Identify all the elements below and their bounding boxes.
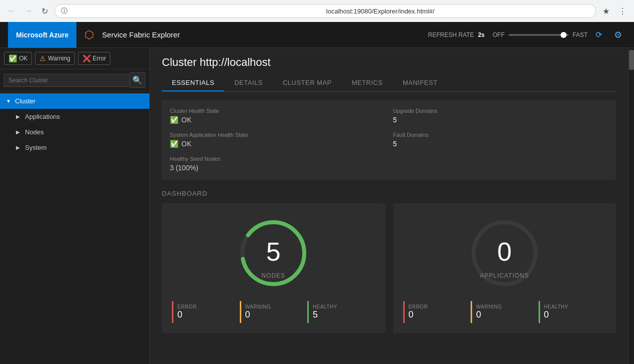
warning-filter-button[interactable]: ⚠ Warning	[35, 52, 74, 65]
ok-filter-label: OK	[19, 55, 27, 62]
applications-healthy-stat: HEALTHY 0	[539, 301, 607, 323]
essentials-section: Cluster Health State ✅ OK Upgrade Domain…	[162, 100, 616, 180]
azure-brand: Microsoft Azure	[8, 22, 76, 48]
content-area: Cluster http://localhost ESSENTIALS DETA…	[150, 48, 628, 364]
sidebar-item-applications[interactable]: ▶ Applications	[0, 109, 149, 124]
fault-domains-label: Fault Domains	[393, 132, 609, 138]
ok-filter-button[interactable]: ✅ OK	[4, 52, 32, 65]
tab-metrics[interactable]: METRICS	[342, 75, 393, 91]
search-icon: 🔍	[130, 72, 145, 88]
nodes-error-value: 0	[177, 310, 236, 320]
upgrade-domains-num: 5	[393, 116, 397, 124]
applications-gauge: 0 APPLICATIONS	[465, 213, 545, 293]
page-title: Cluster http://localhost	[162, 56, 616, 69]
nodes-error-label: ERROR	[177, 304, 236, 310]
refresh-rate-value: 2s	[478, 31, 485, 38]
nodes-warning-value: 0	[245, 310, 304, 320]
tabs: ESSENTIALS DETAILS CLUSTER MAP METRICS M…	[162, 75, 616, 92]
refresh-button[interactable]: ⟳	[592, 28, 606, 41]
error-x-icon: ❌	[82, 54, 91, 62]
applications-error-stat: ERROR 0	[403, 301, 471, 323]
url-text: localhost:19080/Explorer/index.html#/	[326, 7, 590, 15]
settings-button[interactable]: ⚙	[610, 27, 626, 42]
applications-card: 0 APPLICATIONS ERROR 0 WARNING	[393, 203, 617, 333]
cluster-health-state-item: Cluster Health State ✅ OK	[170, 108, 385, 124]
nodes-label: NODES	[261, 272, 285, 279]
healthy-seed-label: Healthy Seed Nodes	[170, 156, 385, 162]
upgrade-domains-value: 5	[393, 116, 609, 124]
back-button[interactable]: ←	[5, 5, 18, 16]
error-filter-label: Error	[93, 55, 106, 62]
applications-label: APPLICATIONS	[480, 272, 529, 279]
nodes-label: Nodes	[25, 128, 44, 136]
health-state-text: OK	[181, 116, 191, 124]
refresh-slider[interactable]	[509, 34, 569, 36]
sidebar-item-nodes[interactable]: ▶ Nodes	[0, 124, 149, 140]
cluster-title-url: http://localhost	[200, 56, 271, 68]
refresh-rate-label: REFRESH RATE	[428, 31, 474, 38]
warning-triangle-icon: ⚠	[39, 54, 46, 62]
content-header: Cluster http://localhost ESSENTIALS DETA…	[150, 48, 628, 92]
tab-manifest[interactable]: MANIFEST	[393, 75, 448, 91]
cluster-health-state-label: Cluster Health State	[170, 108, 385, 114]
upgrade-domains-label: Upgrade Domains	[393, 108, 609, 114]
scrollbar-thumb	[629, 50, 634, 70]
search-bar: 🔍	[0, 69, 149, 91]
tree-nav: ▼ Cluster ▶ Applications ▶ Nodes ▶ Syste…	[0, 91, 149, 364]
tab-cluster-map[interactable]: CLUSTER MAP	[273, 75, 342, 91]
nodes-healthy-stat: HEALTHY 5	[307, 301, 375, 323]
cluster-health-state-value: ✅ OK	[170, 116, 385, 124]
menu-button[interactable]: ⋮	[616, 5, 629, 17]
fast-label: FAST	[573, 31, 588, 38]
chevron-right-icon-2: ▶	[16, 129, 20, 135]
sys-app-health-value: ✅ OK	[170, 140, 385, 148]
nodes-count: 5	[266, 237, 281, 267]
reload-button[interactable]: ↻	[39, 5, 50, 17]
dashboard-title: DASHBOARD	[162, 190, 616, 197]
nodes-warning-stat: WARNING 0	[240, 301, 308, 323]
search-input[interactable]	[4, 74, 130, 87]
right-scrollbar[interactable]	[628, 48, 634, 364]
tab-essentials[interactable]: ESSENTIALS	[162, 75, 224, 91]
applications-count: 0	[497, 237, 512, 267]
top-header: Microsoft Azure ⬡ Service Fabric Explore…	[0, 22, 634, 48]
system-label: System	[25, 144, 46, 151]
applications-error-value: 0	[409, 310, 467, 320]
sidebar-item-cluster[interactable]: ▼ Cluster	[0, 93, 149, 109]
fault-domains-value: 5	[393, 140, 609, 148]
applications-healthy-value: 0	[544, 310, 603, 320]
sys-health-ok-icon: ✅	[170, 140, 178, 148]
applications-warning-value: 0	[476, 310, 535, 320]
off-label: OFF	[493, 31, 505, 38]
sys-app-health-item: System Application Health State ✅ OK	[170, 132, 385, 148]
address-bar[interactable]: ⓘ localhost:19080/Explorer/index.html#/	[54, 4, 596, 18]
chevron-right-icon: ▶	[16, 114, 20, 119]
app-title: Service Fabric Explorer	[102, 30, 180, 39]
nodes-error-stat: ERROR 0	[172, 301, 240, 323]
applications-stats: ERROR 0 WARNING 0 HEALTHY 0	[403, 301, 607, 323]
error-filter-button[interactable]: ❌ Error	[78, 52, 111, 65]
filter-bar: ✅ OK ⚠ Warning ❌ Error	[0, 48, 149, 69]
browser-toolbar: ← → ↻ ⓘ localhost:19080/Explorer/index.h…	[0, 0, 634, 22]
bookmark-button[interactable]: ★	[600, 5, 612, 17]
forward-button[interactable]: →	[22, 5, 35, 16]
applications-label: Applications	[25, 113, 60, 120]
content-body: Cluster Health State ✅ OK Upgrade Domain…	[150, 92, 628, 364]
nodes-card: 5 NODES ERROR 0 WARNING 0	[162, 203, 385, 333]
nodes-gauge: 5 NODES	[233, 213, 313, 293]
slider-thumb	[561, 32, 567, 38]
main-layout: ✅ OK ⚠ Warning ❌ Error 🔍 ▼	[0, 48, 634, 364]
nodes-warning-label: WARNING	[245, 304, 304, 310]
warning-filter-label: Warning	[48, 55, 70, 62]
chevron-down-icon: ▼	[6, 98, 12, 104]
healthy-seed-num: 3 (100%)	[170, 164, 198, 172]
healthy-seed-item: Healthy Seed Nodes 3 (100%)	[170, 156, 385, 172]
brand-label: Microsoft Azure	[16, 31, 68, 39]
browser-chrome: ← → ↻ ⓘ localhost:19080/Explorer/index.h…	[0, 0, 634, 22]
sidebar-item-system[interactable]: ▶ System	[0, 140, 149, 155]
sys-app-health-label: System Application Health State	[170, 132, 385, 138]
healthy-seed-value: 3 (100%)	[170, 164, 385, 172]
dashboard-cards: 5 NODES ERROR 0 WARNING 0	[162, 203, 616, 333]
tab-details[interactable]: DETAILS	[224, 75, 273, 91]
chevron-right-icon-3: ▶	[16, 145, 20, 150]
